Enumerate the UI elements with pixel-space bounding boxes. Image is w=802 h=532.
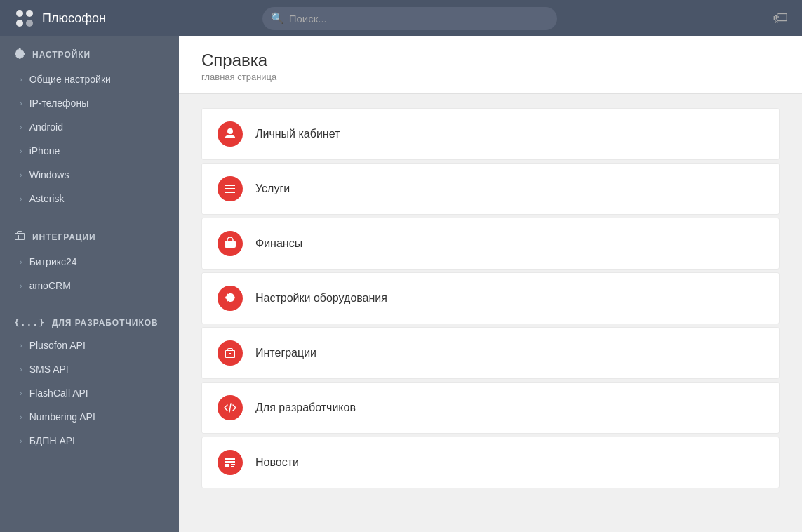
sidebar-item-label-windows: Windows bbox=[29, 169, 69, 180]
sidebar-item-flashcall-api[interactable]: ›FlashCall API bbox=[0, 381, 179, 405]
svg-point-0 bbox=[16, 10, 23, 17]
page-header: Справка главная страница bbox=[179, 36, 802, 94]
sidebar-item-plusofon-api[interactable]: ›Plusofon API bbox=[0, 333, 179, 357]
sidebar-item-label-bdpn-api: БДПН API bbox=[29, 435, 75, 446]
sidebar-item-label-android: Android bbox=[29, 121, 63, 133]
svg-point-2 bbox=[16, 20, 23, 27]
sidebar-item-label-numbering-api: Numbering API bbox=[29, 411, 95, 423]
chevron-icon: › bbox=[20, 123, 22, 131]
card-personal[interactable]: Личный кабинет bbox=[201, 108, 780, 160]
chevron-icon: › bbox=[20, 389, 22, 397]
sidebar-item-label-plusofon-api: Plusofon API bbox=[29, 340, 86, 351]
card-label-equipment: Настройки оборудования bbox=[255, 292, 387, 305]
card-developers[interactable]: Для разработчиков bbox=[201, 382, 780, 434]
card-icon-developers bbox=[218, 395, 243, 420]
svg-rect-5 bbox=[225, 188, 235, 189]
main-content: Справка главная страница Личный кабинетУ… bbox=[179, 36, 802, 532]
chevron-icon: › bbox=[20, 437, 22, 445]
search-container: 🔍 bbox=[262, 7, 557, 30]
chevron-icon: › bbox=[20, 413, 22, 421]
card-icon-integrations bbox=[218, 340, 243, 366]
header-right: 🏷 bbox=[773, 9, 788, 27]
card-equipment[interactable]: Настройки оборудования bbox=[201, 272, 780, 324]
layout: НАСТРОЙКИ›Общие настройки›IP-телефоны›An… bbox=[0, 36, 802, 532]
svg-rect-4 bbox=[225, 185, 235, 186]
svg-rect-9 bbox=[225, 458, 235, 460]
chevron-icon: › bbox=[20, 365, 22, 373]
page-title: Справка bbox=[201, 51, 780, 70]
svg-rect-6 bbox=[225, 192, 235, 193]
card-news[interactable]: Новости bbox=[201, 437, 780, 488]
card-icon-services bbox=[218, 176, 243, 201]
card-icon-personal bbox=[218, 121, 243, 147]
svg-point-3 bbox=[26, 20, 33, 27]
sidebar-item-amocrm[interactable]: ›amoCRM bbox=[0, 274, 179, 298]
card-label-integrations: Интеграции bbox=[255, 347, 316, 359]
app-logo: Плюсофон bbox=[14, 8, 154, 29]
svg-rect-12 bbox=[231, 464, 235, 465]
header: Плюсофон 🔍 🏷 bbox=[0, 0, 802, 36]
svg-rect-10 bbox=[225, 461, 235, 463]
sidebar-item-label-sms-api: SMS API bbox=[29, 364, 69, 375]
search-input[interactable] bbox=[262, 7, 557, 30]
card-icon-finance bbox=[218, 231, 243, 256]
sidebar-item-ip-phones[interactable]: ›IP-телефоны bbox=[0, 91, 179, 115]
card-label-services: Услуги bbox=[255, 182, 290, 195]
chevron-icon: › bbox=[20, 281, 22, 290]
sidebar-item-label-amocrm: amoCRM bbox=[29, 280, 71, 291]
app-name: Плюсофон bbox=[42, 11, 106, 26]
sidebar-item-general[interactable]: ›Общие настройки bbox=[0, 67, 179, 91]
chevron-icon: › bbox=[20, 171, 22, 179]
sidebar-item-sms-api[interactable]: ›SMS API bbox=[0, 357, 179, 381]
chevron-icon: › bbox=[20, 99, 22, 107]
svg-point-8 bbox=[229, 243, 232, 246]
page-subtitle: главная страница bbox=[201, 72, 780, 82]
card-icon-news bbox=[218, 450, 243, 475]
sidebar-section-label-developers: ДЛЯ РАЗРАБОТЧИКОВ bbox=[52, 318, 159, 328]
sidebar-section-label-settings: НАСТРОЙКИ bbox=[32, 50, 91, 60]
card-label-personal: Личный кабинет bbox=[255, 128, 340, 140]
tag-icon[interactable]: 🏷 bbox=[773, 9, 788, 27]
card-finance[interactable]: Финансы bbox=[201, 218, 780, 270]
chevron-icon: › bbox=[20, 147, 22, 155]
cards-container: Личный кабинетУслугиФинансыНастройки обо… bbox=[179, 94, 802, 503]
svg-point-1 bbox=[26, 10, 33, 17]
sidebar-section-icon-integrations bbox=[14, 230, 25, 244]
card-services[interactable]: Услуги bbox=[201, 163, 780, 215]
card-label-finance: Финансы bbox=[255, 237, 302, 250]
sidebar-section-label-integrations: ИНТЕГРАЦИИ bbox=[32, 232, 96, 242]
sidebar-item-label-bitrix24: Битрикс24 bbox=[29, 256, 77, 267]
chevron-icon: › bbox=[20, 258, 22, 266]
sidebar-item-numbering-api[interactable]: ›Numbering API bbox=[0, 405, 179, 429]
sidebar-item-bdpn-api[interactable]: ›БДПН API bbox=[0, 429, 179, 453]
sidebar-item-bitrix24[interactable]: ›Битрикс24 bbox=[0, 250, 179, 274]
search-icon: 🔍 bbox=[271, 12, 284, 25]
sidebar-section-settings: НАСТРОЙКИ bbox=[0, 36, 179, 67]
svg-rect-11 bbox=[225, 464, 229, 467]
sidebar-section-integrations: ИНТЕГРАЦИИ bbox=[0, 219, 179, 250]
chevron-icon: › bbox=[20, 194, 22, 203]
card-icon-equipment bbox=[218, 286, 243, 311]
svg-rect-13 bbox=[231, 466, 234, 467]
sidebar-item-windows[interactable]: ›Windows bbox=[0, 163, 179, 187]
sidebar-item-iphone[interactable]: ›iPhone bbox=[0, 139, 179, 163]
sidebar-item-asterisk[interactable]: ›Asterisk bbox=[0, 187, 179, 211]
sidebar-item-android[interactable]: ›Android bbox=[0, 115, 179, 139]
card-label-news: Новости bbox=[255, 456, 299, 469]
sidebar-item-label-flashcall-api: FlashCall API bbox=[29, 387, 88, 399]
sidebar-section-developers: {...}ДЛЯ РАЗРАБОТЧИКОВ bbox=[0, 306, 179, 333]
sidebar-item-label-general: Общие настройки bbox=[29, 74, 111, 85]
logo-icon bbox=[14, 8, 35, 29]
sidebar-section-icon-settings bbox=[14, 48, 25, 62]
card-integrations[interactable]: Интеграции bbox=[201, 327, 780, 379]
sidebar: НАСТРОЙКИ›Общие настройки›IP-телефоны›An… bbox=[0, 36, 179, 532]
sidebar-item-label-iphone: iPhone bbox=[29, 145, 60, 157]
card-label-developers: Для разработчиков bbox=[255, 401, 356, 414]
chevron-icon: › bbox=[20, 75, 22, 84]
chevron-icon: › bbox=[20, 341, 22, 350]
sidebar-section-icon-developers: {...} bbox=[14, 317, 45, 328]
sidebar-item-label-ip-phones: IP-телефоны bbox=[29, 98, 89, 109]
sidebar-item-label-asterisk: Asterisk bbox=[29, 193, 65, 204]
